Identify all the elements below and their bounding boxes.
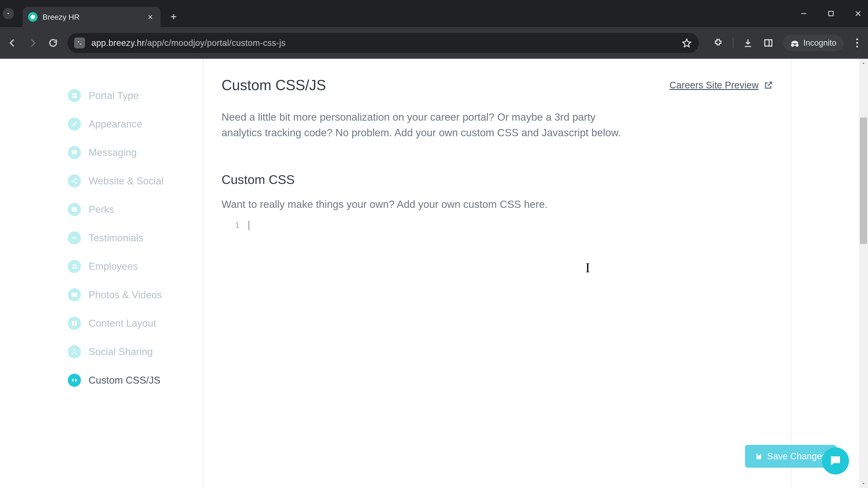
nav-reload-button[interactable] — [47, 37, 59, 49]
custom-css-subtext: Want to really make things your own? Add… — [221, 198, 773, 210]
code-icon — [68, 374, 81, 387]
scroll-up-arrow[interactable] — [859, 59, 868, 68]
toolbar-right-icons: Incognito — [712, 35, 862, 51]
browser-toolbar: app.breezy.hr/app/c/moodjoy/portal/custo… — [0, 27, 868, 59]
users-icon — [68, 260, 81, 273]
code-line: 1 — [221, 219, 773, 230]
svg-point-17 — [74, 349, 75, 350]
tab-favicon — [28, 12, 37, 22]
settings-sidebar: Portal Type Appearance Messaging Website… — [68, 59, 204, 488]
custom-css-heading: Custom CSS — [221, 172, 773, 187]
svg-point-14 — [73, 294, 74, 295]
nav-back-button[interactable] — [6, 37, 19, 49]
incognito-indicator[interactable]: Incognito — [783, 35, 844, 51]
sidebar-item-messaging[interactable]: Messaging — [68, 138, 204, 167]
chat-widget-button[interactable] — [822, 447, 849, 475]
sidebar-item-portal-type[interactable]: Portal Type — [68, 81, 204, 110]
sidebar-item-label: Appearance — [89, 119, 142, 130]
sidebar-item-testimonials[interactable]: Testimonials — [68, 224, 204, 252]
extensions-icon[interactable] — [712, 37, 724, 48]
sidebar-item-label: Messaging — [89, 147, 137, 158]
sidebar-item-perks[interactable]: Perks — [68, 195, 204, 224]
window-close-button[interactable] — [854, 9, 863, 18]
tab-close-button[interactable] — [147, 13, 154, 20]
sidebar-item-label: Custom CSS/JS — [89, 375, 160, 386]
sidebar-item-label: Social Sharing — [89, 346, 153, 357]
network-icon — [68, 345, 81, 358]
right-gutter — [791, 59, 868, 488]
url-host: app.breezy.hr — [91, 38, 145, 48]
page-title: Custom CSS/JS — [221, 77, 326, 94]
svg-point-2 — [80, 43, 81, 45]
sidebar-item-label: Testimonials — [89, 232, 143, 243]
sidebar-item-employees[interactable]: Employees — [68, 252, 204, 281]
sidebar-item-photos-videos[interactable]: Photos & Videos — [68, 281, 204, 309]
svg-rect-16 — [75, 321, 77, 326]
sidepanel-icon[interactable] — [763, 37, 774, 48]
svg-rect-5 — [72, 96, 74, 98]
svg-rect-6 — [74, 96, 76, 98]
scroll-down-arrow[interactable] — [859, 479, 868, 488]
url-path: /app/c/moodjoy/portal/custom-css-js — [145, 38, 286, 48]
editor-caret — [249, 221, 249, 230]
sidebar-item-content-layout[interactable]: Content Layout — [68, 309, 204, 337]
browser-menu-button[interactable] — [852, 37, 862, 48]
main-content: Custom CSS/JS Careers Site Preview Need … — [204, 59, 791, 488]
share-icon — [68, 174, 81, 188]
sidebar-item-website-social[interactable]: Website & Social — [68, 167, 204, 195]
main-header: Custom CSS/JS Careers Site Preview — [221, 77, 773, 94]
address-bar[interactable]: app.breezy.hr/app/c/moodjoy/portal/custo… — [67, 33, 699, 53]
incognito-label: Incognito — [803, 38, 836, 48]
site-settings-icon[interactable] — [74, 37, 85, 48]
save-icon — [755, 453, 763, 460]
sidebar-item-label: Employees — [89, 261, 138, 272]
window-maximize-button[interactable] — [827, 9, 835, 18]
save-button-label: Save Changes — [767, 451, 827, 461]
careers-site-preview-link[interactable]: Careers Site Preview — [670, 80, 773, 91]
custom-css-editor[interactable]: 1 I — [221, 219, 773, 387]
window-controls — [799, 0, 863, 27]
toolbar-divider — [733, 38, 733, 48]
media-icon — [68, 288, 81, 301]
external-link-icon — [764, 80, 773, 90]
incognito-icon — [790, 38, 799, 47]
sidebar-item-social-sharing[interactable]: Social Sharing — [68, 337, 204, 366]
left-gutter — [0, 59, 68, 488]
columns-icon — [68, 317, 81, 330]
svg-point-12 — [75, 265, 76, 266]
tab-search-dropdown[interactable] — [3, 8, 14, 19]
page-wrap: Portal Type Appearance Messaging Website… — [0, 59, 868, 488]
sidebar-item-custom-css-js[interactable]: Custom CSS/JS — [68, 366, 204, 394]
svg-point-1 — [78, 41, 79, 42]
page-viewport: Portal Type Appearance Messaging Website… — [0, 59, 868, 488]
sidebar-item-label: Content Layout — [89, 318, 156, 329]
brush-icon — [68, 118, 81, 131]
window-minimize-button[interactable] — [799, 9, 808, 18]
svg-rect-4 — [72, 93, 76, 95]
svg-rect-0 — [829, 11, 833, 16]
tab-strip: Breezy HR — [0, 0, 868, 27]
nav-forward-button[interactable] — [27, 37, 39, 49]
layout-icon — [68, 89, 81, 102]
vertical-scrollbar[interactable] — [859, 59, 868, 488]
svg-point-11 — [73, 264, 74, 266]
preview-link-label: Careers Site Preview — [670, 80, 758, 91]
sidebar-item-label: Photos & Videos — [89, 289, 162, 300]
sidebar-item-label: Perks — [89, 204, 114, 215]
line-number: 1 — [221, 221, 240, 230]
scrollbar-thumb[interactable] — [860, 118, 867, 244]
text-cursor-icon: I — [585, 260, 590, 275]
new-tab-button[interactable] — [167, 10, 180, 24]
browser-tab-active[interactable]: Breezy HR — [23, 7, 160, 27]
gift-icon — [68, 203, 81, 216]
bookmark-star-icon[interactable] — [681, 37, 692, 48]
sidebar-item-appearance[interactable]: Appearance — [68, 110, 204, 138]
svg-rect-15 — [72, 321, 74, 326]
url-text: app.breezy.hr/app/c/moodjoy/portal/custo… — [91, 38, 675, 48]
svg-rect-3 — [765, 40, 772, 46]
quote-icon — [68, 231, 81, 245]
intro-paragraph: Need a little bit more personalization o… — [221, 109, 633, 140]
downloads-icon[interactable] — [742, 37, 754, 48]
chat-bubble-icon — [829, 454, 842, 468]
sidebar-item-label: Portal Type — [89, 90, 139, 101]
